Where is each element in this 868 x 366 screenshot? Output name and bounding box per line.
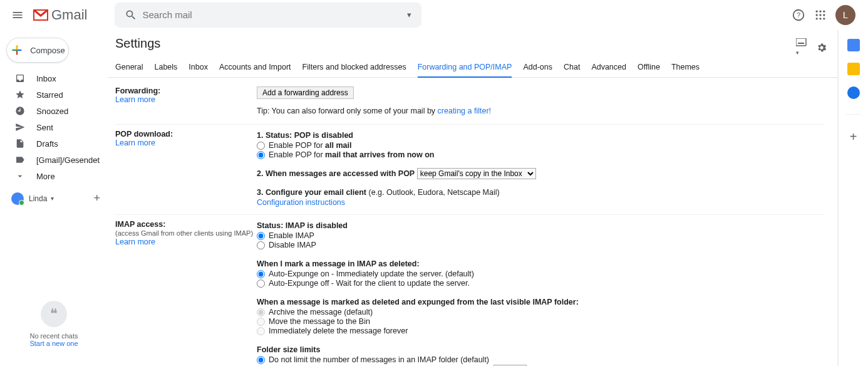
pop-config-link[interactable]: Configuration instructions [257,198,345,207]
add-forwarding-button[interactable]: Add a forwarding address [257,86,354,99]
menu-icon[interactable] [5,3,30,28]
pop-when-select[interactable]: keep Gmail's copy in the Inbox [417,168,536,179]
svg-point-6 [819,14,821,16]
expunge-on-label: Auto-Expunge on - Immediately update the… [269,269,474,278]
imap-disable-radio[interactable] [257,241,265,249]
forwarding-learn-link[interactable]: Learn more [115,95,155,104]
folder-heading: Folder size limits [257,345,320,354]
imap-status-value: IMAP is disabled [286,221,348,230]
tab-filters[interactable]: Filters and blocked addresses [302,59,406,77]
svg-point-5 [816,14,818,16]
apps-icon[interactable] [814,9,827,21]
sidebar: Compose Inbox Starred Snoozed Sent Draft… [0,30,108,366]
sidebar-item-starred[interactable]: Starred [0,86,108,103]
pop-all-label: Enable POP for all mail [269,141,352,150]
header: Gmail ▾ ? L [0,0,868,30]
app-name: Gmail [51,7,87,23]
tab-addons[interactable]: Add-ons [523,59,552,77]
pop-now-radio[interactable] [257,151,265,159]
imap-note: (access Gmail from other clients using I… [115,229,253,237]
settings-body: Forwarding: Learn more Add a forwarding … [108,78,837,366]
nav-label: Sent [36,123,53,132]
new-chat-icon[interactable]: + [93,192,100,205]
keep-addon-icon[interactable] [847,63,860,75]
tab-offline[interactable]: Offline [638,59,660,77]
inbox-icon [15,73,26,83]
pop-status-value: POP is disabled [294,131,353,140]
search-icon[interactable] [120,9,142,21]
tab-forwarding[interactable]: Forwarding and POP/IMAP [418,59,512,78]
imap-learn-link[interactable]: Learn more [115,238,155,246]
no-chats-label: No recent chats [0,332,108,340]
section-pop: POP download: Learn more 1. Status: POP … [115,125,825,215]
caret-icon[interactable]: ▾ [51,195,54,202]
tasks-addon-icon[interactable] [847,86,860,99]
tab-inbox[interactable]: Inbox [189,59,208,77]
hangouts-profile[interactable]: Linda ▾ + [0,189,108,207]
pop-learn-link[interactable]: Learn more [115,139,155,147]
archive-label: Archive the message (default) [269,308,373,316]
sidebar-item-sent[interactable]: Sent [0,119,108,135]
nav-label: [Gmail]/Gesendet [36,155,100,165]
movebin-label: Move the message to the Bin [269,317,370,326]
gear-icon[interactable] [816,42,827,53]
profile-name: Linda [29,194,47,203]
compose-label: Compose [30,46,65,55]
create-filter-link[interactable]: creating a filter! [438,107,491,115]
input-tools-icon[interactable]: ▾ [796,38,810,56]
pop-all-radio[interactable] [257,142,265,150]
file-icon [15,139,26,149]
account-avatar[interactable]: L [835,5,855,25]
imap-title: IMAP access: [115,220,165,229]
search-options-icon[interactable]: ▾ [402,10,416,19]
side-panel: + [838,30,868,366]
sidebar-item-custom[interactable]: [Gmail]/Gesendet [0,152,108,168]
svg-point-3 [819,10,821,12]
sidebar-item-drafts[interactable]: Drafts [0,135,108,152]
svg-point-9 [819,18,821,19]
tab-accounts[interactable]: Accounts and Import [219,59,291,77]
compose-button[interactable]: Compose [6,38,69,63]
nav-label: More [36,172,55,181]
svg-rect-12 [798,43,804,44]
support-icon[interactable]: ? [792,8,805,22]
archive-radio[interactable] [257,308,265,316]
search-box[interactable]: ▾ [115,3,421,28]
settings-tabs: General Labels Inbox Accounts and Import… [108,59,837,78]
calendar-addon-icon[interactable] [847,39,860,51]
svg-point-7 [823,14,825,16]
content: Settings ▾ General Labels Inbox Accounts… [108,30,838,366]
pop-config-hint: (e.g. Outlook, Eudora, Netscape Mail) [369,188,500,197]
presence-avatar [11,192,24,205]
deleteforever-radio[interactable] [257,327,265,335]
nolimit-radio[interactable] [257,356,265,364]
tab-general[interactable]: General [115,59,143,77]
send-icon [15,122,26,132]
tab-labels[interactable]: Labels [154,59,177,77]
clock-icon [15,106,26,116]
expunge-off-radio[interactable] [257,280,265,288]
tab-themes[interactable]: Themes [671,59,700,77]
tab-advanced[interactable]: Advanced [591,59,626,77]
imap-deleted-heading: When I mark a message in IMAP as deleted… [257,259,420,268]
tab-chat[interactable]: Chat [564,59,580,77]
pop-config-label: 3. Configure your email client [257,188,369,197]
nav-label: Inbox [36,74,56,83]
start-chat-link[interactable]: Start a new one [0,340,108,347]
expunge-on-radio[interactable] [257,270,265,278]
imap-expunged-heading: When a message is marked as deleted and … [257,298,579,306]
section-forwarding: Forwarding: Learn more Add a forwarding … [115,81,825,125]
gmail-logo[interactable]: Gmail [33,7,87,23]
get-addons-icon[interactable]: + [850,130,857,144]
imap-disable-label: Disable IMAP [269,241,316,249]
pop-when-label: 2. When messages are accessed with POP [257,169,415,178]
imap-enable-radio[interactable] [257,232,265,240]
forwarding-tip-text: Tip: You can also forward only some of y… [257,107,438,115]
label-icon [15,155,26,165]
search-input[interactable] [142,9,402,20]
sidebar-item-inbox[interactable]: Inbox [0,70,108,86]
sidebar-item-snoozed[interactable]: Snoozed [0,103,108,119]
sidebar-item-more[interactable]: More [0,168,108,184]
movebin-radio[interactable] [257,318,265,326]
nolimit-label: Do not limit the number of messages in a… [269,355,489,364]
